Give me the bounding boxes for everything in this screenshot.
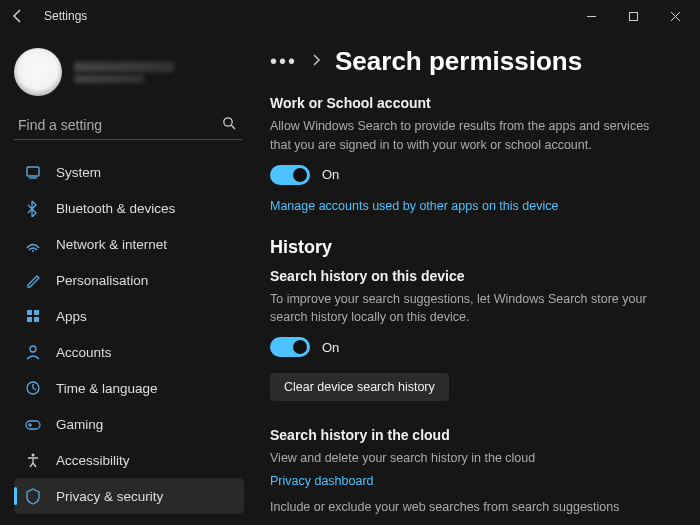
svg-rect-4 (27, 167, 39, 176)
avatar (14, 48, 62, 96)
work-school-toggle-label: On (322, 167, 339, 182)
profile-email-redacted (74, 75, 144, 83)
sidebar-item-label: Accessibility (56, 453, 130, 468)
time-icon (24, 379, 42, 397)
sidebar-item-label: System (56, 165, 101, 180)
sidebar-item-label: Privacy & security (56, 489, 163, 504)
history-device-subtitle: Search history on this device (270, 268, 670, 284)
svg-point-16 (32, 454, 35, 457)
sidebar-item-system[interactable]: System (14, 154, 244, 190)
sidebar-item-label: Apps (56, 309, 87, 324)
sidebar-item-label: Time & language (56, 381, 158, 396)
clear-history-button[interactable]: Clear device search history (270, 373, 449, 401)
sidebar-item-network[interactable]: Network & internet (14, 226, 244, 262)
sidebar-item-gaming[interactable]: Gaming (14, 406, 244, 442)
privacy-dashboard-link[interactable]: Privacy dashboard (270, 474, 374, 488)
maximize-button[interactable] (612, 2, 654, 30)
accounts-icon (24, 343, 42, 361)
breadcrumb-more-icon[interactable]: ••• (270, 50, 297, 73)
apps-icon (24, 307, 42, 325)
maximize-icon (628, 11, 639, 22)
personalisation-icon (24, 271, 42, 289)
sidebar-item-label: Gaming (56, 417, 103, 432)
system-icon (24, 163, 42, 181)
arrow-left-icon (10, 8, 26, 24)
history-device-toggle-label: On (322, 340, 339, 355)
history-device-toggle[interactable] (270, 337, 310, 357)
work-school-desc: Allow Windows Search to provide results … (270, 117, 670, 155)
user-profile[interactable] (14, 42, 244, 110)
sidebar-item-time[interactable]: Time & language (14, 370, 244, 406)
sidebar-item-label: Accounts (56, 345, 112, 360)
sidebar-item-accessibility[interactable]: Accessibility (14, 442, 244, 478)
chevron-right-icon (311, 53, 321, 70)
history-cloud-desc: View and delete your search history in t… (270, 449, 670, 468)
close-button[interactable] (654, 2, 696, 30)
accessibility-icon (24, 451, 42, 469)
search-icon (222, 116, 236, 133)
svg-point-6 (32, 250, 34, 252)
search-input[interactable] (18, 117, 222, 133)
web-search-note: Include or exclude your web searches fro… (270, 498, 670, 517)
svg-line-3 (231, 125, 235, 129)
svg-point-11 (30, 346, 36, 352)
back-button[interactable] (4, 2, 32, 30)
page-title: Search permissions (335, 46, 582, 77)
svg-rect-7 (27, 310, 32, 315)
network-icon (24, 235, 42, 253)
svg-rect-9 (27, 317, 32, 322)
find-setting-search[interactable] (14, 110, 242, 140)
sidebar-item-bluetooth[interactable]: Bluetooth & devices (14, 190, 244, 226)
window-title: Settings (44, 9, 87, 23)
history-cloud-subtitle: Search history in the cloud (270, 427, 670, 443)
sidebar-item-label: Personalisation (56, 273, 148, 288)
svg-rect-8 (34, 310, 39, 315)
work-school-subtitle: Work or School account (270, 95, 670, 111)
sidebar-item-accounts[interactable]: Accounts (14, 334, 244, 370)
sidebar-item-apps[interactable]: Apps (14, 298, 244, 334)
manage-accounts-link[interactable]: Manage accounts used by other apps on th… (270, 199, 558, 213)
privacy-icon (24, 487, 42, 505)
bluetooth-icon (24, 199, 42, 217)
breadcrumb: ••• Search permissions (270, 46, 670, 77)
svg-rect-1 (629, 12, 637, 20)
close-icon (670, 11, 681, 22)
nav-list: SystemBluetooth & devicesNetwork & inter… (14, 150, 244, 521)
svg-rect-10 (34, 317, 39, 322)
work-school-toggle[interactable] (270, 165, 310, 185)
history-device-desc: To improve your search suggestions, let … (270, 290, 670, 328)
gaming-icon (24, 415, 42, 433)
history-heading: History (270, 237, 670, 258)
sidebar-item-label: Network & internet (56, 237, 167, 252)
sidebar-item-privacy[interactable]: Privacy & security (14, 478, 244, 514)
minimize-icon (586, 11, 597, 22)
sidebar-item-personalisation[interactable]: Personalisation (14, 262, 244, 298)
sidebar-item-label: Bluetooth & devices (56, 201, 175, 216)
profile-name-redacted (74, 62, 174, 72)
minimize-button[interactable] (570, 2, 612, 30)
sidebar-item-update[interactable]: Windows Update (14, 514, 244, 521)
svg-point-2 (224, 118, 232, 126)
